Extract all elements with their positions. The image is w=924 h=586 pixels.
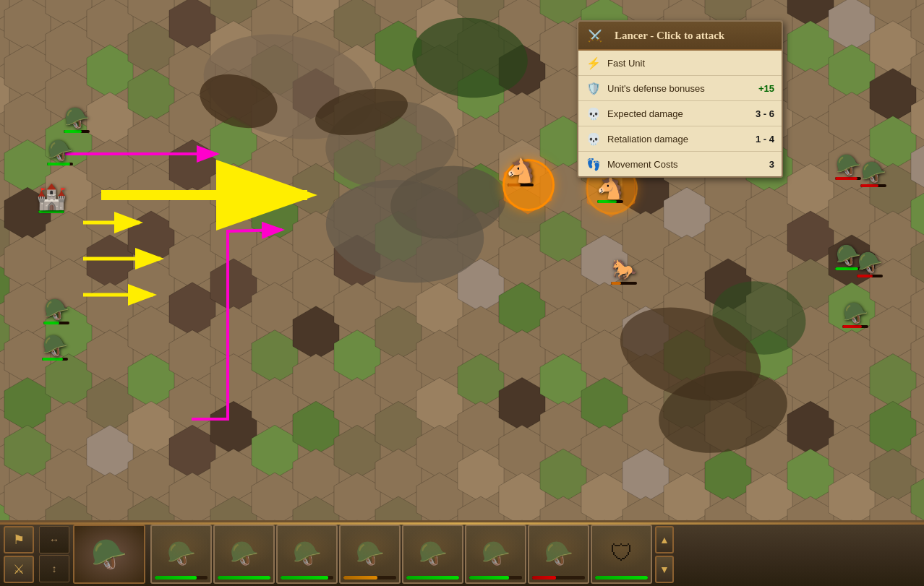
unit-card-3[interactable]: 🪖 (276, 525, 338, 584)
unit-card-7[interactable]: 🪖 (528, 525, 589, 584)
defense-icon: 🛡️ (586, 80, 602, 96)
unit-card-7-health (532, 576, 585, 579)
commander-portrait[interactable]: 🪖 (73, 525, 145, 584)
move-vertical-button[interactable]: ↕ (39, 555, 69, 582)
toolbar-scroll-buttons: ▲ ▼ (655, 526, 674, 583)
expected-damage-value: 3 - 6 (756, 108, 774, 119)
expected-damage-icon: 💀 (586, 105, 602, 121)
tooltip-header-text: Lancer - Click to attack (615, 30, 724, 42)
portrait-image: 🪖 (74, 526, 144, 582)
movement-value: 3 (769, 159, 774, 170)
unit-card-4-health (343, 576, 396, 579)
unit-card-8-defense[interactable]: 🛡 (591, 525, 652, 584)
status-buttons: ↔ ↕ (39, 526, 69, 582)
retaliation-value: 1 - 4 (756, 134, 774, 145)
movement-icon: 👣 (586, 156, 602, 172)
unit-card-8-health (595, 576, 648, 579)
tooltip-row-retaliation: 💀 Retaliation damage 1 - 4 (578, 126, 782, 152)
fast-unit-icon: ⚡ (586, 55, 602, 71)
defense-value: +15 (758, 83, 774, 94)
bottom-toolbar: ⚑ ⚔ ↔ ↕ 🪖 🪖 🪖 🪖 🪖 (0, 520, 924, 586)
unit-card-5-health (406, 576, 459, 579)
sword-button[interactable]: ⚔ (4, 556, 34, 583)
retaliation-icon: 💀 (586, 131, 602, 147)
unit-card-6[interactable]: 🪖 (465, 525, 526, 584)
unit-card-2-health (218, 576, 270, 579)
retaliation-label: Retaliation damage (607, 134, 756, 145)
flag-button[interactable]: ⚑ (4, 526, 34, 553)
unit-card-2[interactable]: 🪖 (213, 525, 275, 584)
scroll-up-button[interactable]: ▲ (655, 526, 674, 553)
tooltip-row-expected-damage: 💀 Expected damage 3 - 6 (578, 101, 782, 126)
unit-card-5[interactable]: 🪖 (402, 525, 463, 584)
tooltip-row-movement: 👣 Movement Costs 3 (578, 152, 782, 176)
tooltip-row-fast-unit: ⚡ Fast Unit (578, 51, 782, 76)
flag-icon: ⚑ (13, 532, 25, 548)
tooltip-header[interactable]: ⚔️ Lancer - Click to attack (578, 22, 782, 51)
sword-icon: ⚔ (13, 561, 25, 577)
tooltip-header-icon: ⚔️ (587, 27, 603, 43)
unit-card-1[interactable]: 🪖 (150, 525, 212, 584)
fast-unit-label: Fast Unit (607, 58, 774, 69)
game-map[interactable]: 🪖 🪖 🏰 🪖 🪖 🐴 🐴 🐎 🪖 🪖 (0, 0, 924, 520)
move-left-button[interactable]: ↔ (39, 526, 69, 553)
unit-tooltip-panel: ⚔️ Lancer - Click to attack ⚡ Fast Unit … (577, 20, 783, 178)
unit-card-6-health (469, 576, 522, 579)
unit-card-3-health (281, 576, 333, 579)
hex-grid-canvas (0, 0, 924, 520)
movement-label: Movement Costs (607, 159, 769, 170)
defense-label: Unit's defense bonuses (607, 83, 758, 94)
unit-card-1-health (155, 576, 208, 579)
toolbar-left-buttons: ⚑ ⚔ (4, 526, 34, 583)
tooltip-row-defense: 🛡️ Unit's defense bonuses +15 (578, 76, 782, 101)
expected-damage-label: Expected damage (607, 108, 756, 119)
unit-card-4[interactable]: 🪖 (339, 525, 401, 584)
scroll-down-button[interactable]: ▼ (655, 556, 674, 583)
